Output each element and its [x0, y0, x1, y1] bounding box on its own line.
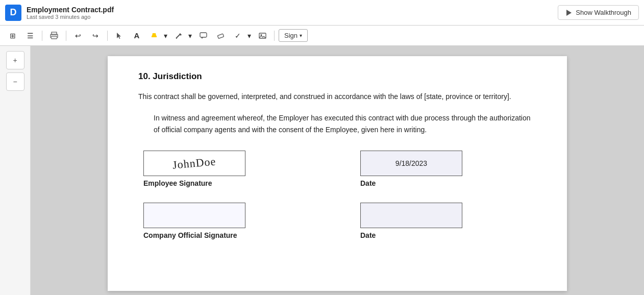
doc-page: 10. Jurisdiction This contract shall be … — [108, 56, 567, 291]
date-label2: Date — [360, 231, 536, 239]
company-sig-group: Company Official Signature — [143, 203, 319, 239]
sign-button[interactable]: Sign ▾ — [279, 29, 308, 42]
svg-marker-7 — [152, 33, 156, 36]
zoom-in-button[interactable]: + — [6, 51, 24, 69]
apps-button[interactable]: ⊞ — [5, 29, 20, 43]
employee-sig-group: JohnDoe Employee Signature — [143, 151, 319, 187]
company-date-group: Date — [360, 203, 536, 239]
highlight-dropdown[interactable]: ▾ — [162, 29, 169, 43]
highlight-icon — [151, 32, 158, 39]
svg-rect-6 — [152, 36, 157, 37]
doc-info: Employment Contract.pdf Last saved 3 min… — [27, 6, 558, 20]
cursor-button[interactable] — [112, 29, 127, 43]
check-dropdown[interactable]: ▾ — [245, 29, 253, 43]
employee-date-group: 9/18/2023 Date — [360, 151, 536, 187]
image-icon — [259, 32, 266, 39]
cursor-icon — [116, 32, 123, 39]
divider2 — [66, 31, 66, 41]
undo-button[interactable]: ↩ — [70, 29, 86, 43]
draw-button[interactable] — [171, 29, 186, 43]
zoom-out-button[interactable]: − — [6, 72, 24, 91]
play-icon — [565, 9, 573, 16]
eraser-icon — [217, 32, 225, 39]
top-bar: D Employment Contract.pdf Last saved 3 m… — [0, 0, 644, 26]
toolbar: ⊞ ☰ ↩ ↪ A ▾ — [0, 26, 644, 46]
company-sig-label: Company Official Signature — [143, 231, 319, 239]
employee-date-box[interactable]: 9/18/2023 — [360, 151, 462, 176]
highlight-button[interactable] — [146, 29, 162, 43]
svg-marker-12 — [201, 37, 203, 39]
left-sidebar: + − — [0, 46, 31, 295]
printer-icon — [50, 32, 58, 40]
walkthrough-button[interactable]: Show Walkthrough — [558, 5, 639, 20]
check-group: ✓ ▾ — [230, 29, 253, 43]
comment-icon — [200, 32, 207, 39]
svg-rect-13 — [217, 34, 224, 38]
document-area: 10. Jurisdiction This contract shall be … — [31, 46, 644, 295]
doc-saved: Last saved 3 minutes ago — [27, 14, 558, 20]
draw-group: ▾ — [171, 29, 193, 43]
divider3 — [107, 31, 108, 41]
highlight-group: ▾ — [146, 29, 169, 43]
svg-marker-5 — [117, 33, 121, 39]
paragraph2: In witness and agreement whereof, the Em… — [154, 112, 536, 135]
divider1 — [42, 31, 42, 41]
list-button[interactable]: ☰ — [22, 29, 38, 43]
company-sig-box[interactable] — [143, 203, 245, 228]
app-logo: D — [5, 5, 21, 21]
eraser-button[interactable] — [213, 29, 228, 43]
employee-sig-label: Employee Signature — [143, 179, 319, 187]
print-button[interactable] — [46, 29, 62, 43]
svg-marker-0 — [566, 10, 572, 16]
doc-title: Employment Contract.pdf — [27, 6, 558, 14]
check-button[interactable]: ✓ — [230, 29, 245, 43]
text-button[interactable]: A — [129, 29, 144, 43]
image-button[interactable] — [255, 29, 270, 43]
divider4 — [274, 31, 275, 41]
main-area: + − 10. Jurisdiction This contract shall… — [0, 46, 644, 295]
paragraph1: This contract shall be governed, interpr… — [138, 91, 536, 102]
svg-line-8 — [176, 34, 180, 38]
draw-dropdown[interactable]: ▾ — [186, 29, 193, 43]
draw-icon — [175, 32, 182, 39]
employee-sig-image: JohnDoe — [172, 155, 216, 172]
date-label1: Date — [360, 179, 536, 187]
employee-sig-box[interactable]: JohnDoe — [143, 151, 245, 176]
date-value: 9/18/2023 — [395, 159, 427, 167]
redo-button[interactable]: ↪ — [88, 29, 103, 43]
comment-button[interactable] — [195, 29, 211, 43]
section-heading: 10. Jurisdiction — [138, 71, 536, 82]
signature-grid: JohnDoe Employee Signature 9/18/2023 Dat… — [143, 151, 536, 239]
svg-rect-4 — [52, 37, 57, 38]
svg-rect-11 — [200, 33, 207, 37]
company-date-box[interactable] — [360, 203, 462, 228]
